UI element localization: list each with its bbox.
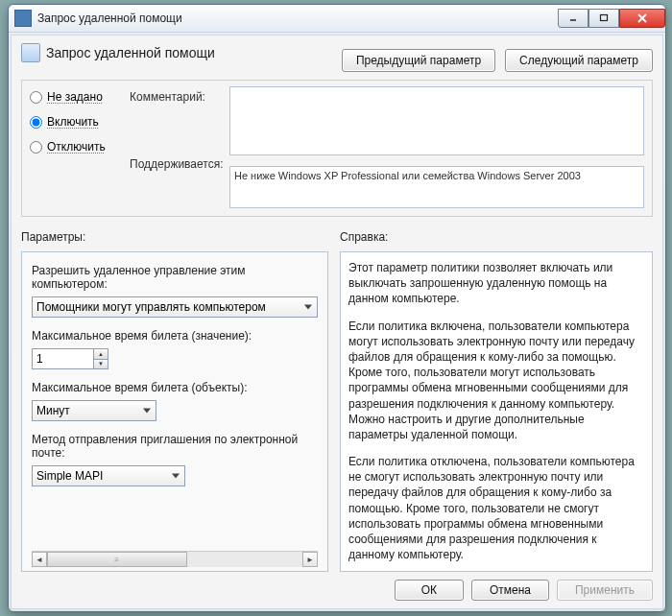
content-area: Запрос удаленной помощи Предыдущий парам… bbox=[11, 35, 663, 609]
max-ticket-unit-label: Максимальное время билета (объекты): bbox=[32, 381, 318, 394]
main-split: Разрешить удаленное управление этим комп… bbox=[21, 251, 653, 572]
help-header: Справка: bbox=[340, 230, 653, 244]
parameters-header: Параметры: bbox=[21, 230, 328, 244]
app-icon bbox=[14, 10, 32, 27]
cancel-button[interactable]: Отмена bbox=[471, 580, 549, 601]
radio-disabled-label[interactable]: Отключить bbox=[47, 140, 106, 154]
svg-rect-1 bbox=[601, 15, 608, 21]
apply-button[interactable]: Применить bbox=[557, 580, 653, 601]
allow-remote-label: Разрешить удаленное управление этим комп… bbox=[32, 264, 318, 291]
radio-not-configured-label[interactable]: Не задано bbox=[47, 90, 103, 104]
header-row: Запрос удаленной помощи Предыдущий парам… bbox=[21, 43, 653, 72]
policy-title: Запрос удаленной помощи bbox=[46, 45, 215, 60]
mail-method-select[interactable]: Simple MAPI bbox=[32, 465, 185, 486]
radio-not-configured[interactable] bbox=[30, 91, 42, 104]
help-paragraph: Если политика отключена, пользователи ко… bbox=[348, 454, 644, 562]
parameters-pane: Разрешить удаленное управление этим комп… bbox=[21, 251, 328, 572]
top-panel: Не задано Включить Отключить Комментарий… bbox=[21, 80, 653, 217]
close-button[interactable] bbox=[619, 9, 665, 28]
spinner-down-icon[interactable]: ▼ bbox=[93, 359, 108, 369]
comment-textarea[interactable] bbox=[229, 86, 644, 155]
mail-method-label: Метод отправления приглашения по электро… bbox=[32, 433, 318, 460]
scroll-right-icon[interactable]: ► bbox=[302, 552, 318, 567]
scroll-left-icon[interactable]: ◄ bbox=[32, 552, 47, 567]
help-pane[interactable]: Этот параметр политики позволяет включат… bbox=[340, 251, 653, 572]
help-paragraph: Этот параметр политики позволяет включат… bbox=[348, 260, 644, 307]
footer-buttons: ОК Отмена Применить bbox=[21, 580, 653, 601]
allow-remote-select[interactable]: Помощники могут управлять компьютером bbox=[32, 296, 318, 318]
scroll-thumb[interactable]: ≡ bbox=[47, 552, 187, 567]
state-radio-group: Не задано Включить Отключить bbox=[30, 86, 122, 154]
policy-icon bbox=[21, 43, 40, 62]
supported-on-box[interactable]: Не ниже Windows XP Professional или семе… bbox=[229, 166, 644, 208]
supported-on-text: Не ниже Windows XP Professional или семе… bbox=[234, 170, 581, 181]
titlebar[interactable]: Запрос удаленной помощи bbox=[9, 5, 665, 33]
max-ticket-unit-select[interactable]: Минут bbox=[32, 400, 156, 421]
radio-enabled[interactable] bbox=[30, 116, 42, 129]
max-ticket-value-label: Максимальное время билета (значение): bbox=[32, 329, 318, 343]
parameters-hscrollbar[interactable]: ◄ ≡ ► bbox=[32, 551, 318, 567]
next-setting-button[interactable]: Следующий параметр bbox=[505, 49, 653, 72]
dialog-window: Запрос удаленной помощи Запрос удаленной… bbox=[8, 4, 666, 612]
minimize-button[interactable] bbox=[558, 9, 588, 28]
spinner-up-icon[interactable]: ▲ bbox=[93, 349, 108, 359]
window-buttons bbox=[558, 9, 665, 28]
maximize-button[interactable] bbox=[588, 9, 619, 28]
radio-disabled[interactable] bbox=[30, 141, 42, 154]
prev-setting-button[interactable]: Предыдущий параметр bbox=[342, 49, 495, 72]
ok-button[interactable]: ОК bbox=[395, 580, 464, 601]
radio-enabled-label[interactable]: Включить bbox=[47, 115, 99, 129]
supported-label: Поддерживается: bbox=[130, 157, 222, 171]
help-paragraph: Если политика включена, пользователи ком… bbox=[348, 319, 644, 443]
comment-label: Комментарий: bbox=[130, 90, 222, 104]
window-title: Запрос удаленной помощи bbox=[37, 12, 558, 25]
scroll-track[interactable]: ≡ bbox=[47, 552, 302, 567]
